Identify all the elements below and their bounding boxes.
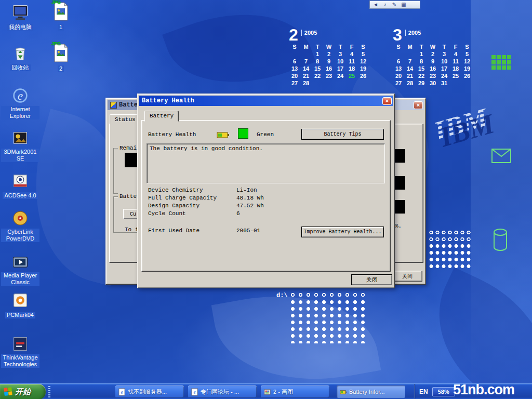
svg-text:e: e bbox=[121, 390, 123, 395]
desktop-icon-label: ThinkVantage Technologies bbox=[1, 354, 39, 368]
desktop-icon-3dmark2001[interactable]: 3DMark2001 SE bbox=[0, 129, 41, 163]
calendar-header: 3 2005 bbox=[393, 27, 473, 44]
calendar-day-header: T bbox=[312, 44, 323, 51]
field-label: First Used Date bbox=[148, 228, 236, 234]
calendar-day-header: W bbox=[323, 44, 335, 51]
field-row: Full Charge Capacity 48.18 Wh bbox=[148, 195, 264, 201]
calendar-day: 2 bbox=[323, 51, 335, 58]
taskbar-button-forum[interactable]: e 专门网论坛 - ... bbox=[188, 385, 257, 398]
calendar-day-header: S bbox=[393, 44, 404, 51]
close-icon[interactable] bbox=[414, 101, 423, 109]
calendar-day bbox=[404, 51, 416, 58]
calendar-day: 22 bbox=[312, 73, 323, 80]
calendar-grid: SMTWTFS123456789101112131415161718192021… bbox=[393, 44, 473, 87]
calendar-day: 19 bbox=[357, 65, 369, 73]
desktop-icon-internet-explorer[interactable]: e Internet Explorer bbox=[0, 86, 41, 120]
condition-textbox[interactable]: The battery is in good condition. bbox=[147, 143, 385, 183]
desktop-icon-label: Internet Explorer bbox=[1, 106, 39, 119]
ie-page-icon: e bbox=[118, 388, 126, 396]
close-icon[interactable] bbox=[382, 97, 392, 105]
keyboard-icon[interactable] bbox=[400, 2, 407, 8]
calendar-february-2005: 2 2005 SMTWTFS12345678910111213141516171… bbox=[289, 27, 369, 87]
battery-icon bbox=[217, 131, 230, 140]
file-type-badge: JPG bbox=[51, 41, 61, 46]
calendar-day: 12 bbox=[461, 58, 473, 65]
desktop: IBM IBM d:\ bbox=[0, 0, 532, 399]
taskbar: 开始 e 找不到服务器... e 专门网论坛 - ... 2 - 画图 Batt… bbox=[0, 383, 532, 399]
calendar-day: 26 bbox=[461, 73, 473, 80]
wallpaper-dots bbox=[289, 291, 368, 298]
volume-icon[interactable] bbox=[381, 2, 389, 8]
start-button[interactable]: 开始 bbox=[0, 384, 46, 399]
calendar-day: 26 bbox=[357, 73, 369, 80]
calendar-day: 23 bbox=[323, 73, 335, 80]
calendar-day-header: S bbox=[461, 44, 473, 51]
calendar-day: 4 bbox=[346, 51, 357, 58]
calendar-day: 18 bbox=[450, 65, 461, 73]
calendar-march-2005: 3 2005 SMTWTFS12345678910111213141516171… bbox=[393, 27, 473, 87]
calendar-day-header: M bbox=[404, 44, 416, 51]
file-type-badge: JPG bbox=[51, 0, 61, 5]
field-value: 47.52 Wh bbox=[236, 203, 264, 209]
taskbar-button-battery-information[interactable]: Battery Infor... bbox=[337, 385, 405, 398]
tab-battery[interactable]: Battery bbox=[144, 111, 179, 122]
language-bar[interactable] bbox=[369, 1, 420, 9]
file-icon-2[interactable]: JPG 2 bbox=[46, 43, 76, 73]
calendar-day: 28 bbox=[300, 80, 312, 87]
desktop-icon-media-player-classic[interactable]: Media Player Classic bbox=[0, 252, 41, 286]
calendar-year: 2005 bbox=[301, 30, 317, 36]
calendar-day: 22 bbox=[416, 73, 427, 80]
desktop-icon-acdsee[interactable]: ACDSee 4.0 bbox=[0, 171, 41, 200]
dialog-title: Batte bbox=[119, 101, 138, 109]
close-button[interactable]: 关闭 bbox=[392, 271, 422, 282]
calendar-day-header: M bbox=[300, 44, 312, 51]
watermark: 51nb.com bbox=[453, 382, 514, 398]
pen-icon[interactable] bbox=[391, 2, 398, 8]
taskbar-button-server-not-found[interactable]: e 找不到服务器... bbox=[115, 385, 184, 398]
calendar-day: 5 bbox=[357, 51, 369, 58]
file-icon-1[interactable]: JPG 1 bbox=[46, 1, 76, 31]
calendar-day: 6 bbox=[289, 58, 300, 65]
desktop-icon-thinkvantage[interactable]: ThinkVantage Technologies bbox=[0, 335, 41, 368]
calendar-day: 1 bbox=[312, 51, 323, 58]
calendar-day bbox=[450, 80, 461, 87]
desktop-icon-label: Media Player Classic bbox=[1, 272, 39, 286]
battery-app-icon bbox=[110, 102, 117, 109]
dialog-titlebar[interactable]: Battery Health bbox=[139, 96, 393, 106]
ie-page-icon: e bbox=[191, 388, 198, 396]
desktop-icon-pcmark04[interactable]: PCMark04 bbox=[0, 291, 41, 319]
desktop-icon-label: ACDSee 4.0 bbox=[3, 192, 37, 199]
battery-tips-button[interactable]: Battery Tips bbox=[301, 129, 384, 140]
my-computer-icon bbox=[11, 3, 30, 22]
info-text: To i bbox=[125, 227, 138, 233]
quick-launch-handle[interactable] bbox=[48, 386, 50, 397]
tab-status[interactable]: Status bbox=[110, 114, 141, 125]
desktop-icon-recycle-bin[interactable]: 回收站 bbox=[0, 44, 41, 72]
taskbar-button-paint[interactable]: 2 - 画图 bbox=[261, 385, 329, 398]
calendar-day: 14 bbox=[300, 65, 312, 73]
calendar-day: 5 bbox=[461, 51, 473, 58]
calendar-day-header: F bbox=[346, 44, 357, 51]
field-row: Cycle Count 6 bbox=[148, 210, 240, 217]
calendar-day-header: T bbox=[438, 44, 450, 51]
status-color-swatch bbox=[238, 128, 248, 139]
language-indicator[interactable]: EN bbox=[419, 388, 428, 395]
field-value: Li-Ion bbox=[236, 187, 257, 193]
close-button[interactable]: 关闭 bbox=[351, 274, 392, 285]
battery-meter[interactable]: 58% bbox=[432, 387, 455, 396]
calendar-day: 28 bbox=[404, 80, 416, 87]
calendar-day bbox=[461, 80, 473, 87]
condition-text: The battery is in good condition. bbox=[150, 145, 263, 152]
calendar-day: 24 bbox=[438, 73, 450, 80]
desktop-icon-powerdvd[interactable]: CyberLink PowerDVD bbox=[0, 209, 41, 243]
desktop-icon-my-computer[interactable]: 我的电脑 bbox=[0, 3, 41, 31]
calendar-day bbox=[335, 80, 346, 87]
calendar-header: 2 2005 bbox=[289, 27, 369, 44]
calendar-day: 17 bbox=[438, 65, 450, 73]
input-arrow-icon[interactable] bbox=[372, 2, 379, 8]
calendar-day: 15 bbox=[312, 65, 323, 73]
desktop-icon-label: 回收站 bbox=[10, 64, 31, 71]
groupbox-label: Remai bbox=[118, 145, 138, 151]
calendar-day: 18 bbox=[346, 65, 357, 73]
improve-battery-health-button[interactable]: Improve Battery Health... bbox=[301, 227, 384, 237]
